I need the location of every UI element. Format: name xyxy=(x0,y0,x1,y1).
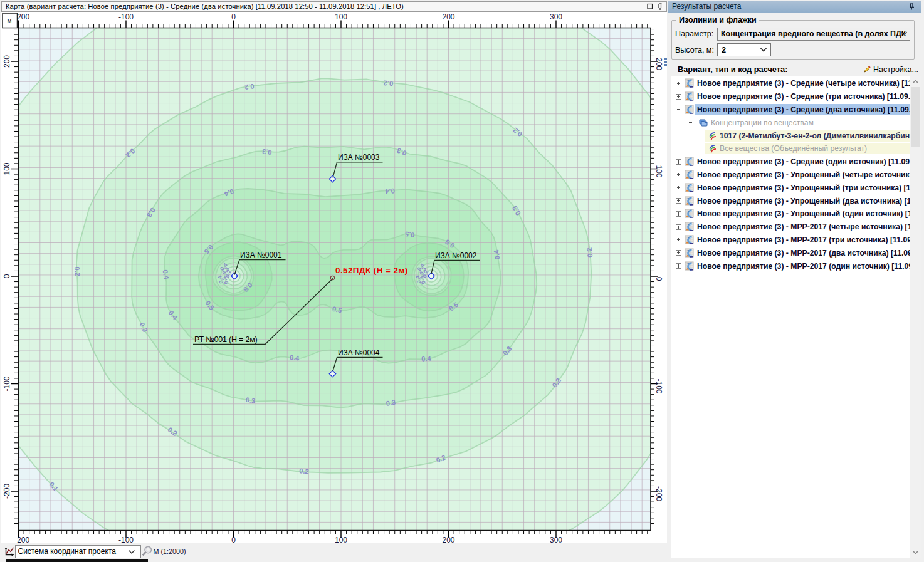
svg-text:0: 0 xyxy=(231,13,236,21)
svg-text:100: 100 xyxy=(3,162,11,175)
svg-text:100: 100 xyxy=(654,165,663,177)
svg-text:0.3: 0.3 xyxy=(262,148,272,157)
svg-text:200: 200 xyxy=(3,55,11,68)
svg-text:ИЗА №0003: ИЗА №0003 xyxy=(338,153,380,162)
svg-text:0.2: 0.2 xyxy=(73,266,81,276)
svg-text:0.4: 0.4 xyxy=(384,187,395,195)
svg-text:0.2: 0.2 xyxy=(299,467,309,475)
svg-text:РТ №001 (Н = 2м): РТ №001 (Н = 2м) xyxy=(194,335,258,344)
svg-text:0.2: 0.2 xyxy=(244,83,255,91)
svg-text:300: 300 xyxy=(550,13,562,21)
svg-text:-100: -100 xyxy=(3,376,11,391)
svg-text:ИЗА №0004: ИЗА №0004 xyxy=(338,348,380,357)
svg-text:-200: -200 xyxy=(3,484,11,499)
svg-text:0.3: 0.3 xyxy=(245,396,256,405)
svg-text:0.4: 0.4 xyxy=(421,355,432,363)
svg-text:0.2: 0.2 xyxy=(585,247,594,258)
svg-text:0.4: 0.4 xyxy=(289,353,300,362)
svg-text:0: 0 xyxy=(654,277,663,281)
svg-text:200: 200 xyxy=(654,58,663,70)
svg-text:200: 200 xyxy=(17,13,29,21)
svg-text:0.2: 0.2 xyxy=(383,79,393,87)
svg-text:-100: -100 xyxy=(654,378,663,393)
svg-text:100: 100 xyxy=(335,13,347,21)
svg-text:0.5: 0.5 xyxy=(404,230,415,239)
svg-text:-200: -200 xyxy=(654,486,663,501)
svg-text:ИЗА №0001: ИЗА №0001 xyxy=(240,251,282,259)
svg-text:0.52ПДК (Н = 2м): 0.52ПДК (Н = 2м) xyxy=(335,266,408,275)
svg-text:м: м xyxy=(8,18,12,24)
svg-text:ИЗА №0002: ИЗА №0002 xyxy=(435,251,477,260)
svg-text:-100: -100 xyxy=(118,13,134,21)
svg-text:0.4: 0.4 xyxy=(492,249,501,260)
svg-text:200: 200 xyxy=(442,13,454,21)
svg-text:0: 0 xyxy=(3,274,11,278)
